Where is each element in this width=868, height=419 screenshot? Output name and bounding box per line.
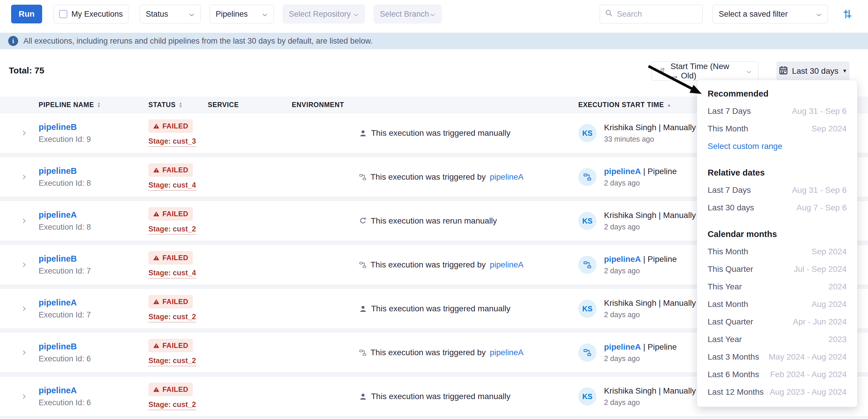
triggered-by-line: Krishika Singh | Manually (604, 123, 696, 132)
row-expand-chevron-icon[interactable] (21, 393, 28, 400)
failed-stage-link[interactable]: Stage: cust_2 (148, 400, 196, 410)
pipeline-name-link[interactable]: pipelineA (39, 210, 77, 220)
trigger-pipeline-link[interactable]: pipelineA (490, 348, 524, 357)
trigger-message: This execution was rerun manually (371, 216, 497, 226)
by-pipeline-link[interactable]: pipelineA (604, 167, 641, 176)
info-icon: i (8, 36, 18, 46)
user-avatar: KS (578, 124, 596, 142)
row-expand-chevron-icon[interactable] (21, 305, 28, 312)
pipeline-name-link[interactable]: pipelineB (39, 166, 77, 175)
pipeline-icon (359, 173, 366, 181)
failed-stage-link[interactable]: Stage: cust_3 (148, 137, 196, 147)
trigger-message: This execution was triggered manually (371, 392, 510, 401)
pipeline-name-link[interactable]: pipelineB (39, 254, 77, 263)
user-avatar: KS (578, 212, 596, 230)
date-range-menu: RecommendedLast 7 Days Aug 31 - Sep 6Thi… (697, 80, 858, 407)
pipeline-name-link[interactable]: pipelineB (39, 122, 77, 132)
pipeline-avatar (578, 256, 596, 274)
select-repository-dropdown[interactable]: Select Repository (283, 5, 365, 23)
sort-icon (658, 66, 666, 76)
saved-filter-label: Select a saved filter (719, 10, 788, 19)
chevron-down-icon (816, 10, 822, 19)
date-range-option[interactable]: Last 6 Months Feb 2024 - Aug 2024 (708, 366, 847, 383)
date-range-option[interactable]: This Month Sep 2024 (708, 243, 847, 260)
date-range-option[interactable]: Last Quarter Apr - Jun 2024 (708, 313, 847, 331)
failed-stage-link[interactable]: Stage: cust_4 (148, 268, 196, 279)
execution-id: Execution Id: 7 (39, 266, 91, 276)
row-expand-chevron-icon[interactable] (21, 173, 28, 181)
pipelines-filter-label: Pipelines (216, 10, 248, 19)
saved-filter-dropdown[interactable]: Select a saved filter (713, 5, 828, 23)
row-expand-chevron-icon[interactable] (21, 261, 28, 268)
date-range-option[interactable]: Last 12 Months Aug 2023 - Aug 2024 (708, 383, 847, 401)
select-branch-label: Select Branch (380, 10, 429, 19)
status-badge: FAILED (148, 383, 193, 396)
trigger-pipeline-link[interactable]: pipelineA (490, 260, 524, 269)
search-icon (604, 9, 613, 20)
info-banner-text: All executions, including reruns and chi… (23, 37, 373, 46)
date-range-option[interactable]: Select custom range (708, 137, 847, 155)
failed-stage-link[interactable]: Stage: cust_2 (148, 313, 196, 322)
failed-warning-icon (153, 387, 159, 392)
date-range-option[interactable]: Last Month Aug 2024 (708, 295, 847, 313)
date-range-option[interactable]: Last 7 Days Aug 31 - Sep 6 (708, 102, 847, 120)
relative-time: 2 days ago (604, 223, 696, 231)
relative-time: 2 days ago (604, 398, 696, 407)
status-badge: FAILED (148, 119, 193, 133)
relative-time: 2 days ago (604, 311, 696, 319)
row-expand-chevron-icon[interactable] (21, 349, 28, 356)
row-expand-chevron-icon[interactable] (21, 130, 28, 137)
avatar-initials: KS (582, 129, 593, 137)
option-label: Last Quarter (708, 317, 753, 326)
failed-stage-link[interactable]: Stage: cust_4 (148, 181, 196, 191)
date-range-option[interactable]: Last Year 2023 (708, 331, 847, 348)
date-range-option[interactable]: Last 7 Days Aug 31 - Sep 6 (708, 182, 847, 199)
failed-stage-link[interactable]: Stage: cust_2 (148, 225, 196, 235)
date-range-option[interactable]: Last 3 Months May 2024 - Aug 2024 (708, 348, 847, 366)
date-range-button[interactable]: Last 30 days ▼ (776, 61, 849, 81)
triggered-by-line: pipelineA | Pipeline (604, 255, 677, 264)
failed-stage-link[interactable]: Stage: cust_2 (148, 356, 196, 366)
triggered-by-line: pipelineA | Pipeline (604, 342, 677, 352)
header-pipeline-name[interactable]: PIPELINE NAME ▲▼ (39, 97, 101, 113)
user-icon (359, 305, 367, 313)
date-range-option[interactable]: Last 30 days Aug 7 - Sep 6 (708, 199, 847, 217)
caret-down-icon: ▼ (842, 68, 847, 74)
status-badge: FAILED (148, 251, 193, 264)
by-pipeline-link[interactable]: pipelineA (604, 255, 641, 264)
run-button[interactable]: Run (11, 5, 42, 23)
select-branch-dropdown[interactable]: Select Branch (374, 5, 442, 23)
date-range-option[interactable]: This Month Sep 2024 (708, 120, 847, 137)
by-pipeline-link[interactable]: pipelineA (604, 342, 641, 351)
option-label: This Year (708, 282, 742, 291)
trigger-pipeline-link[interactable]: pipelineA (490, 172, 524, 182)
option-date-range: Feb 2024 - Aug 2024 (770, 370, 847, 379)
status-filter-dropdown[interactable]: Status (140, 5, 201, 23)
user-icon (359, 129, 367, 137)
total-count: Total: 75 (9, 66, 44, 75)
failed-warning-icon (153, 167, 159, 173)
pipeline-name-link[interactable]: pipelineA (39, 386, 77, 395)
option-date-range: Jul - Sep 2024 (794, 264, 847, 274)
header-execution-start-time[interactable]: EXECUTION START TIME ▲ (578, 97, 672, 113)
custom-range-link: Select custom range (708, 141, 782, 151)
option-date-range: Sep 2024 (811, 247, 847, 256)
search-input[interactable] (617, 10, 698, 19)
date-range-option[interactable]: This Year 2024 (708, 278, 847, 295)
sort-dropdown[interactable]: Start Time (New → Old) (651, 61, 758, 81)
filter-settings-icon[interactable] (841, 5, 854, 23)
my-executions-toggle[interactable]: My Executions (54, 5, 128, 23)
option-date-range: Sep 2024 (811, 124, 847, 133)
pipeline-icon (359, 261, 366, 268)
pipelines-filter-dropdown[interactable]: Pipelines (210, 5, 274, 23)
pipeline-name-link[interactable]: pipelineA (39, 298, 77, 307)
row-expand-chevron-icon[interactable] (21, 217, 28, 224)
my-executions-checkbox[interactable] (59, 10, 67, 18)
option-label: This Month (708, 247, 748, 256)
pipeline-name-link[interactable]: pipelineB (39, 342, 77, 351)
avatar-initials: KS (582, 304, 593, 313)
date-range-option[interactable]: This Quarter Jul - Sep 2024 (708, 260, 847, 278)
option-label: Last 7 Days (708, 106, 751, 116)
header-status[interactable]: STATUS ▲▼ (148, 97, 183, 113)
sort-label: Start Time (New → Old) (671, 62, 738, 80)
